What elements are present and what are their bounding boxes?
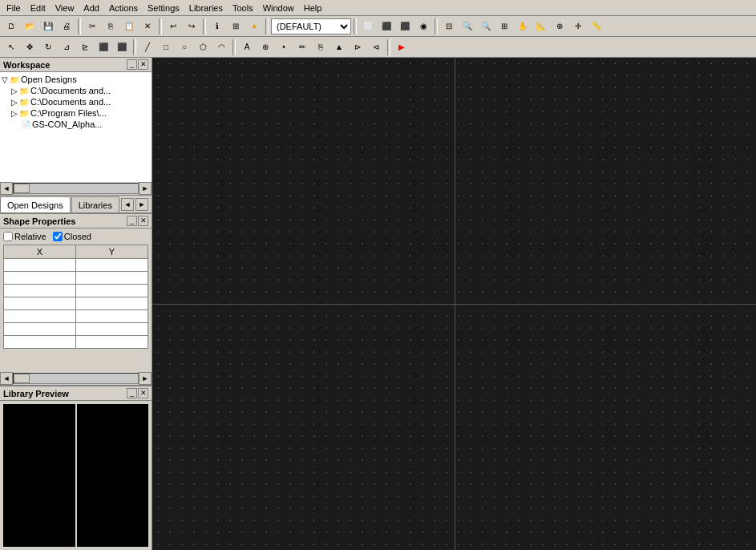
draw-circle[interactable]: ○ xyxy=(176,38,193,56)
xy-cell-y1[interactable] xyxy=(76,259,148,272)
scroll-track[interactable] xyxy=(13,183,139,194)
menu-file[interactable]: File xyxy=(2,2,26,14)
info-button[interactable]: ℹ xyxy=(208,18,226,35)
xy-cell-x2[interactable] xyxy=(4,272,76,285)
workspace-tree[interactable]: ▽ 📁 Open Designs ▷ 📁 C:\Documents and...… xyxy=(0,72,152,182)
measure[interactable]: 📐 xyxy=(532,18,550,35)
xy-cell-x3[interactable] xyxy=(4,285,76,297)
zoom-box[interactable]: ⊞ xyxy=(495,18,513,35)
shape-scroll-thumb[interactable] xyxy=(14,374,30,383)
tree-root[interactable]: ▽ 📁 Open Designs xyxy=(2,74,150,85)
tab-prev-btn[interactable]: ◄ xyxy=(121,198,134,211)
menu-window[interactable]: Window xyxy=(258,2,299,14)
paste-button[interactable]: 📋 xyxy=(120,18,138,35)
zoom-out[interactable]: 🔍 xyxy=(477,18,495,35)
clip-tool[interactable]: ⎘ xyxy=(312,38,329,56)
cross[interactable]: ✛ xyxy=(569,18,587,35)
tab-libraries[interactable]: Libraries xyxy=(71,196,119,212)
scroll-left-btn[interactable]: ◄ xyxy=(0,182,13,195)
lib-preview-close-btn[interactable]: ✕ xyxy=(138,388,148,398)
tab-open-designs[interactable]: Open Designs xyxy=(0,196,71,212)
ruler[interactable]: 📏 xyxy=(588,18,605,35)
tb2-b4[interactable]: ◉ xyxy=(414,18,432,35)
scroll-right-btn[interactable]: ► xyxy=(139,182,152,195)
t2b15[interactable]: ▶ xyxy=(393,38,410,56)
tree-item-2[interactable]: ▷ 📁 C:\Program Files\... xyxy=(2,107,150,119)
xy-cell-x4[interactable] xyxy=(4,297,76,310)
color-button[interactable]: ● xyxy=(245,18,263,35)
shape-scroll-left[interactable]: ◄ xyxy=(0,372,13,385)
tree-item-1[interactable]: ▷ 📁 C:\Documents and... xyxy=(2,96,150,107)
canvas-area[interactable] xyxy=(152,58,756,550)
redo-button[interactable]: ↪ xyxy=(183,18,200,35)
t2b5[interactable]: ⬛ xyxy=(95,38,112,56)
t2b14[interactable]: ⊲ xyxy=(367,38,385,56)
select-tool[interactable]: ↖ xyxy=(2,38,20,56)
layer-dropdown[interactable]: (DEFAULT) xyxy=(271,18,351,34)
relative-checkbox[interactable] xyxy=(3,232,13,241)
tab-next-btn[interactable]: ► xyxy=(135,198,148,211)
menu-settings[interactable]: Settings xyxy=(143,2,184,14)
closed-checkbox[interactable] xyxy=(53,232,63,241)
xy-cell-x7[interactable] xyxy=(4,336,76,349)
shape-scroll-right[interactable]: ► xyxy=(139,372,152,385)
edit-tool[interactable]: ✏ xyxy=(293,38,311,56)
menu-help[interactable]: Help xyxy=(299,2,327,14)
menu-actions[interactable]: Actions xyxy=(104,2,143,14)
mirror-tool[interactable]: ⊵ xyxy=(76,38,94,56)
zoom-in[interactable]: 🔍 xyxy=(459,18,476,35)
dot-tool[interactable]: • xyxy=(275,38,293,56)
copy-button[interactable]: ⎘ xyxy=(102,18,119,35)
tb2-b1[interactable]: ⬜ xyxy=(359,18,377,35)
tb2-b3[interactable]: ⬛ xyxy=(396,18,414,35)
xy-cell-y2[interactable] xyxy=(76,272,148,285)
cross-tool[interactable]: ⊕ xyxy=(257,38,274,56)
move-tool[interactable]: ✥ xyxy=(21,38,38,56)
text-tool[interactable]: A xyxy=(238,38,256,56)
xy-cell-y4[interactable] xyxy=(76,297,148,310)
shape-scroll-track[interactable] xyxy=(13,373,139,384)
save-button[interactable]: 💾 xyxy=(39,18,57,35)
undo-button[interactable]: ↩ xyxy=(164,18,182,35)
menu-libraries[interactable]: Libraries xyxy=(184,2,228,14)
workspace-close-btn[interactable]: ✕ xyxy=(138,59,148,70)
menu-tools[interactable]: Tools xyxy=(228,2,258,14)
xy-cell-y6[interactable] xyxy=(76,323,148,336)
tree-item-3[interactable]: 📄 GS-CON_Alpha... xyxy=(2,119,150,130)
xy-cell-x5[interactable] xyxy=(4,310,76,323)
open-button[interactable]: 📂 xyxy=(21,18,38,35)
xy-cell-x1[interactable] xyxy=(4,259,76,272)
xy-cell-y5[interactable] xyxy=(76,310,148,323)
menu-add[interactable]: Add xyxy=(79,2,104,14)
arr-tool[interactable]: ⊳ xyxy=(349,38,366,56)
xy-cell-x6[interactable] xyxy=(4,323,76,336)
zoom-fit[interactable]: ⊟ xyxy=(440,18,458,35)
delete-button[interactable]: ✕ xyxy=(139,18,156,35)
lib-preview-minimize-btn[interactable]: _ xyxy=(127,388,137,398)
pan[interactable]: ✋ xyxy=(514,18,532,35)
flip-tool[interactable]: ⊿ xyxy=(58,38,75,56)
shape-props-close-btn[interactable]: ✕ xyxy=(138,216,148,226)
xy-cell-y7[interactable] xyxy=(76,336,148,349)
rotate-tool[interactable]: ↻ xyxy=(39,38,57,56)
draw-poly[interactable]: ⬠ xyxy=(194,38,212,56)
shape-props-minimize-btn[interactable]: _ xyxy=(127,216,137,226)
cut-button[interactable]: ✂ xyxy=(83,18,101,35)
draw-rect[interactable]: □ xyxy=(157,38,175,56)
draw-line[interactable]: ╱ xyxy=(139,38,156,56)
tree-item-0[interactable]: ▷ 📁 C:\Documents and... xyxy=(2,85,150,96)
tb2-b2[interactable]: ⬛ xyxy=(378,18,395,35)
t2b6[interactable]: ⬛ xyxy=(113,38,131,56)
xy-cell-y3[interactable] xyxy=(76,285,148,297)
fill-tool[interactable]: ▲ xyxy=(330,38,348,56)
new-button[interactable]: 🗋 xyxy=(2,18,20,35)
menu-edit[interactable]: Edit xyxy=(26,2,51,14)
workspace-scrollbar[interactable]: ◄ ► xyxy=(0,182,152,195)
draw-arc[interactable]: ◠ xyxy=(212,38,230,56)
shape-props-scrollbar[interactable]: ◄ ► xyxy=(0,372,152,385)
print-button[interactable]: 🖨 xyxy=(58,18,75,35)
menu-view[interactable]: View xyxy=(51,2,79,14)
grid-button[interactable]: ⊞ xyxy=(227,18,245,35)
workspace-minimize-btn[interactable]: _ xyxy=(127,59,137,70)
snap[interactable]: ⊕ xyxy=(551,18,568,35)
